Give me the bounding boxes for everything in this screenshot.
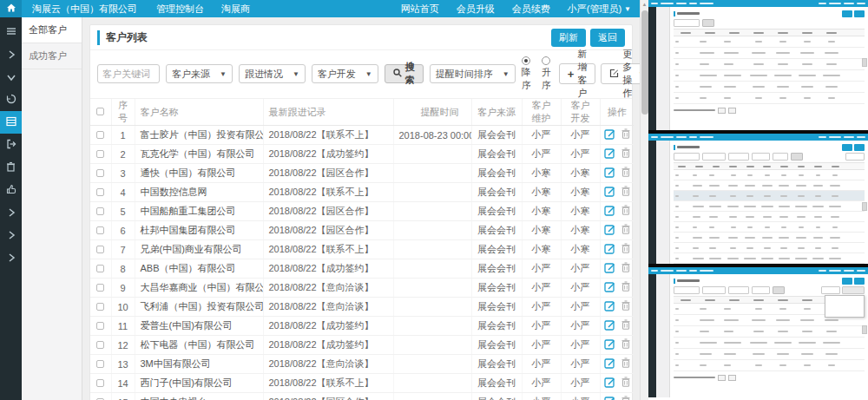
row-checkbox[interactable]: [96, 303, 104, 311]
customer-source: 展会会刊: [471, 374, 522, 393]
edit-customer-button[interactable]: [604, 281, 615, 294]
refresh-button[interactable]: 刷新: [551, 29, 586, 47]
edit-customer-button[interactable]: [604, 148, 615, 161]
submenu-success-customers[interactable]: 成功客户: [22, 43, 82, 69]
row-checkbox[interactable]: [96, 131, 104, 139]
delete-customer-button[interactable]: [621, 338, 630, 351]
customer-source: 展会会刊: [471, 393, 522, 400]
sort-asc-radio[interactable]: 升序: [542, 56, 553, 92]
sidebar-item-2[interactable]: [0, 66, 22, 89]
edit-customer-button[interactable]: [604, 128, 615, 141]
search-button[interactable]: 搜索: [385, 64, 424, 83]
brand[interactable]: 淘展云（中国）有限公司: [22, 0, 148, 17]
nav-shop[interactable]: 淘展商: [213, 0, 259, 17]
submenu-all-customers[interactable]: 全部客户: [22, 17, 82, 43]
preview-screenshot-2[interactable]: [648, 134, 868, 264]
delete-customer-button[interactable]: [621, 205, 630, 218]
preview-submenu: [656, 7, 670, 130]
row-checkbox[interactable]: [96, 207, 104, 215]
nav-console[interactable]: 管理控制台: [148, 0, 213, 17]
row-number: 4: [111, 183, 135, 202]
sidebar-item-10[interactable]: [0, 246, 22, 269]
remind-cell: [393, 393, 471, 400]
more-actions-button[interactable]: 更多操作 ▼: [601, 63, 640, 84]
delete-icon: [621, 377, 630, 387]
preview-screenshot-1[interactable]: [648, 0, 868, 130]
keyword-input[interactable]: [97, 64, 160, 83]
row-checkbox[interactable]: [96, 360, 104, 368]
delete-customer-button[interactable]: [621, 357, 630, 370]
edit-customer-button[interactable]: [604, 205, 615, 218]
row-checkbox[interactable]: [96, 150, 104, 158]
edit-customer-button[interactable]: [604, 224, 615, 237]
sidebar-menu-toggle[interactable]: [0, 21, 22, 43]
edit-customer-button[interactable]: [604, 338, 615, 351]
row-checkbox[interactable]: [96, 226, 104, 234]
delete-customer-button[interactable]: [621, 396, 630, 400]
sidebar-item-8[interactable]: [0, 201, 22, 224]
delete-customer-button[interactable]: [621, 281, 630, 294]
row-checkbox[interactable]: [96, 322, 104, 330]
delete-customer-button[interactable]: [621, 377, 630, 390]
sidebar-item-3[interactable]: [0, 89, 22, 111]
sidebar-item-9[interactable]: [0, 224, 22, 246]
sidebar-item-5[interactable]: [0, 134, 22, 156]
delete-customer-button[interactable]: [621, 148, 630, 161]
edit-customer-button[interactable]: [604, 377, 615, 390]
edit-customer-button[interactable]: [604, 319, 615, 332]
edit-customer-button[interactable]: [604, 186, 615, 199]
develop-select[interactable]: 客户开发▼: [312, 64, 378, 83]
sidebar-item-customer-list[interactable]: [0, 111, 22, 134]
back-button[interactable]: 返回: [590, 29, 625, 47]
edit-customer-button[interactable]: [604, 357, 615, 370]
nav-site-home[interactable]: 网站首页: [392, 0, 448, 17]
edit-customer-button[interactable]: [604, 167, 615, 180]
customer-keeper: 小严: [522, 336, 561, 355]
main-scrollbar[interactable]: ▲: [640, 0, 648, 400]
nav-member-upgrade[interactable]: 会员升级: [448, 0, 503, 17]
edit-icon: [604, 243, 615, 254]
nav-user-menu[interactable]: 小严(管理员) ▼: [559, 0, 640, 17]
row-checkbox[interactable]: [96, 284, 104, 292]
select-all-checkbox[interactable]: [96, 108, 104, 115]
row-checkbox[interactable]: [96, 169, 104, 177]
row-checkbox[interactable]: [96, 341, 104, 349]
delete-customer-button[interactable]: [621, 243, 630, 256]
scroll-up-icon[interactable]: ▲: [641, 0, 648, 9]
sort-desc-radio[interactable]: 降序: [522, 56, 533, 92]
home-button[interactable]: [0, 0, 22, 17]
row-checkbox[interactable]: [96, 188, 104, 196]
follow-select[interactable]: 跟进情况▼: [239, 64, 306, 83]
customer-developer: 小严: [561, 259, 600, 279]
row-checkbox[interactable]: [96, 246, 104, 253]
delete-customer-button[interactable]: [621, 300, 630, 313]
table-row: 5中国船舶重工集团公司2018/08/22【园区合作】展会会刊小寒小寒: [90, 202, 634, 221]
edit-customer-button[interactable]: [604, 243, 615, 256]
sidebar-item-7[interactable]: [0, 179, 22, 201]
row-checkbox[interactable]: [96, 265, 104, 272]
preview-screenshot-3[interactable]: [648, 267, 868, 400]
scrollbar-thumb[interactable]: [641, 10, 648, 115]
nav-member-renew[interactable]: 会员续费: [503, 0, 559, 17]
customer-keeper: 小寒: [522, 221, 561, 240]
customer-developer: 小寒: [561, 202, 600, 221]
customer-source: 展会会刊: [471, 164, 522, 183]
sidebar-item-6[interactable]: [0, 156, 22, 179]
delete-customer-button[interactable]: [621, 319, 630, 332]
edit-customer-button[interactable]: [604, 262, 615, 275]
edit-customer-button[interactable]: [604, 300, 615, 313]
add-customer-button[interactable]: + 新增客户: [559, 63, 596, 84]
edit-customer-button[interactable]: [604, 396, 615, 400]
delete-customer-button[interactable]: [621, 224, 630, 237]
sidebar-item-1[interactable]: [0, 43, 22, 66]
delete-customer-button[interactable]: [621, 128, 630, 141]
source-select[interactable]: 客户来源▼: [166, 64, 233, 83]
delete-customer-button[interactable]: [621, 167, 630, 180]
delete-customer-button[interactable]: [621, 262, 630, 275]
row-checkbox[interactable]: [96, 379, 104, 387]
customer-keeper: 小寒: [522, 240, 561, 259]
row-number: 12: [111, 336, 135, 355]
sort-select[interactable]: 提醒时间排序▼: [430, 64, 516, 83]
delete-customer-button[interactable]: [621, 186, 630, 199]
delete-icon: [621, 396, 630, 400]
